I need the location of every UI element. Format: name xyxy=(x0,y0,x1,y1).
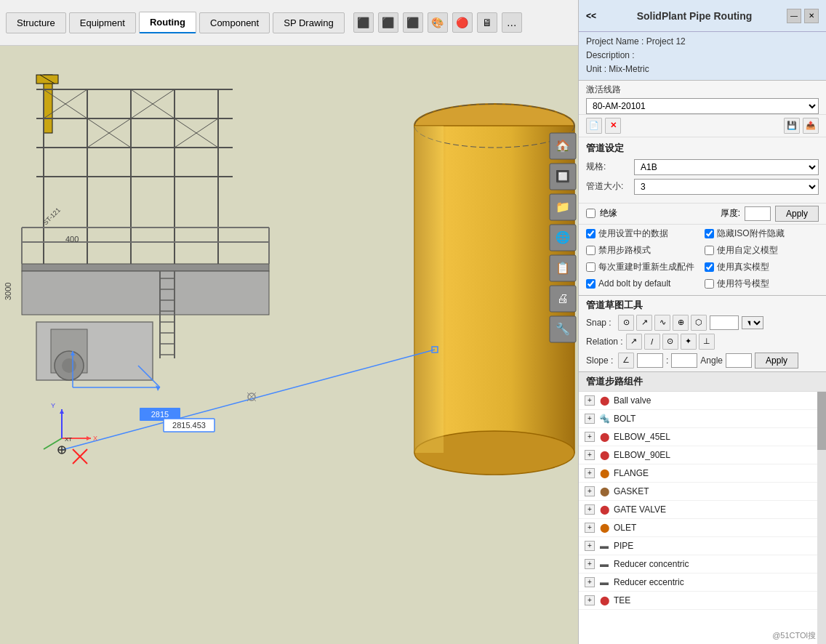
chk-disable-step[interactable] xyxy=(586,246,596,255)
snap-value-input[interactable]: 30 xyxy=(710,315,739,330)
relation-row: Relation : ↗ / ⊙ ✦ ⊥ xyxy=(586,334,819,350)
expand-pipe[interactable]: + xyxy=(585,541,595,551)
checkbox-grid: 使用设置中的数据 隐藏ISO附件隐藏 禁用步路模式 使用自定义模型 每次重建时重… xyxy=(579,224,826,295)
save-btn[interactable]: 💾 xyxy=(784,118,800,134)
size-select[interactable]: 3 xyxy=(634,179,819,195)
icon-pipe: ▬ xyxy=(598,539,611,552)
tree-item-pipe[interactable]: + ▬ PIPE xyxy=(579,537,826,555)
spec-select[interactable]: A1B xyxy=(634,159,819,175)
toolbar-icon-7[interactable]: … xyxy=(502,12,522,33)
svg-text:🔲: 🔲 xyxy=(556,169,570,183)
snap-label: Snap : xyxy=(586,318,615,328)
relation-icon-circle[interactable]: ⊙ xyxy=(662,334,678,350)
checkbox-add-bolt: Add bolt by default xyxy=(586,278,700,290)
tree-item-reducer-eccentric[interactable]: + ▬ Reducer eccentric xyxy=(579,573,826,592)
expand-reducer-concentric[interactable]: + xyxy=(585,559,595,569)
icon-gasket: ⬤ xyxy=(598,485,611,498)
checkbox-symbol-model: 使用符号模型 xyxy=(705,278,819,290)
svg-text:3000: 3000 xyxy=(4,283,12,300)
slope-angle-value[interactable]: 2 xyxy=(726,353,752,368)
checkbox-use-settings: 使用设置中的数据 xyxy=(586,228,700,240)
tab-component[interactable]: Component xyxy=(199,12,270,33)
expand-gasket[interactable]: + xyxy=(585,486,595,496)
tree-item-elbow90[interactable]: + ⬤ ELBOW_90EL xyxy=(579,446,826,464)
expand-flange[interactable]: + xyxy=(585,468,595,478)
tree-scrollbar-thumb[interactable] xyxy=(817,392,826,450)
insulation-checkbox[interactable] xyxy=(586,209,596,218)
toolbar-icon-1[interactable]: ⬛ xyxy=(353,12,374,33)
chk-hide-iso[interactable] xyxy=(705,229,714,238)
apply-insulation-btn[interactable]: Apply xyxy=(775,206,819,222)
components-title: 管道步路组件 xyxy=(579,372,826,392)
toolbar-icon-4[interactable]: 🎨 xyxy=(428,12,448,33)
expand-olet[interactable]: + xyxy=(585,523,595,533)
tree-scrollbar[interactable] xyxy=(817,392,826,644)
tree-item-elbow45[interactable]: + ⬤ ELBOW_45EL xyxy=(579,428,826,446)
expand-elbow90[interactable]: + xyxy=(585,450,595,460)
icon-elbow45: ⬤ xyxy=(598,430,611,443)
tree-item-olet[interactable]: + ⬤ OLET xyxy=(579,519,826,537)
chk-real-model[interactable] xyxy=(705,262,714,272)
panel-close-btn[interactable]: ✕ xyxy=(804,9,819,23)
snap-icon-wave[interactable]: ∿ xyxy=(654,315,670,331)
tree-item-bolt[interactable]: + 🔩 BOLT xyxy=(579,410,826,428)
panel-title: SolidPlant Pipe Routing xyxy=(637,10,753,22)
expand-elbow45[interactable]: + xyxy=(585,432,595,442)
toolbar-icon-3[interactable]: ⬛ xyxy=(403,12,423,33)
chk-use-settings[interactable] xyxy=(586,229,596,238)
thickness-label: 厚度: xyxy=(721,207,740,220)
panel-collapse-btn[interactable]: << xyxy=(586,11,596,21)
icon-ball-valve: ⬤ xyxy=(598,394,611,407)
relation-icon-perp[interactable]: ⊥ xyxy=(699,334,715,350)
snap-dropdown[interactable]: ▼ xyxy=(742,316,763,329)
tree-item-gasket[interactable]: + ⬤ GASKET xyxy=(579,483,826,501)
toolbar-icon-6[interactable]: 🖥 xyxy=(477,12,497,33)
slope-value2[interactable]: 100 xyxy=(671,353,697,368)
snap-icon-cross[interactable]: ⊕ xyxy=(673,315,689,331)
new-route-btn[interactable]: 📄 xyxy=(586,118,602,134)
toolbar-icon-2[interactable]: ⬛ xyxy=(378,12,398,33)
snap-icon-circle[interactable]: ⊙ xyxy=(618,315,634,331)
tree-item-tee[interactable]: + ⬤ TEE xyxy=(579,592,826,610)
relation-icon-star[interactable]: ✦ xyxy=(681,334,697,350)
pipe-settings-title: 管道设定 xyxy=(586,142,819,155)
expand-tee[interactable]: + xyxy=(585,595,595,605)
apply-slope-btn[interactable]: Apply xyxy=(755,353,798,369)
snap-icon-box[interactable]: ⬡ xyxy=(691,315,707,331)
tab-equipment[interactable]: Equipment xyxy=(69,12,136,33)
spec-row: 规格: A1B xyxy=(586,159,819,175)
panel-minimize-btn[interactable]: — xyxy=(787,9,801,23)
chk-symbol-model[interactable] xyxy=(705,279,714,289)
tree-item-flange[interactable]: + ⬤ FLANGE xyxy=(579,464,826,483)
expand-gate-valve[interactable]: + xyxy=(585,504,595,515)
route-icon-row: 📄 ✕ 💾 📤 xyxy=(579,114,826,137)
icon-bolt: 🔩 xyxy=(598,412,611,425)
toolbar-icons: ⬛ ⬛ ⬛ 🎨 🔴 🖥 … xyxy=(353,12,522,33)
chk-rebuild[interactable] xyxy=(586,262,596,272)
slope-angle-icon[interactable]: ∠ xyxy=(618,353,634,369)
export-btn[interactable]: 📤 xyxy=(803,118,819,134)
watermark: @51CTOl搜 xyxy=(772,630,816,641)
snap-icon-arrow[interactable]: ↗ xyxy=(636,315,652,331)
expand-ball-valve[interactable]: + xyxy=(585,395,595,406)
toolbar-icon-5[interactable]: 🔴 xyxy=(452,12,473,33)
chk-custom-model[interactable] xyxy=(705,246,714,255)
component-section: 管道步路组件 + ⬤ Ball valve + 🔩 BOLT + ⬤ ELBOW… xyxy=(579,371,826,644)
tree-item-reducer-concentric[interactable]: + ▬ Reducer concentric xyxy=(579,555,826,573)
thickness-input[interactable]: 0 xyxy=(745,206,771,221)
delete-route-btn[interactable]: ✕ xyxy=(605,118,621,134)
slope-value1[interactable]: 1 xyxy=(637,353,663,368)
tree-item-ball-valve[interactable]: + ⬤ Ball valve xyxy=(579,392,826,410)
svg-point-40 xyxy=(62,358,76,373)
tab-routing[interactable]: Routing xyxy=(139,12,196,33)
tree-item-gate-valve[interactable]: + ⬤ GATE VALVE xyxy=(579,501,826,519)
relation-icons: ↗ / ⊙ ✦ ⊥ xyxy=(626,334,715,350)
active-route-select[interactable]: 80-AM-20101 xyxy=(586,98,819,114)
relation-icon-slash[interactable]: / xyxy=(644,334,660,350)
expand-bolt[interactable]: + xyxy=(585,414,595,424)
tab-sp-drawing[interactable]: SP Drawing xyxy=(273,12,344,33)
relation-icon-arrow[interactable]: ↗ xyxy=(626,334,642,350)
chk-add-bolt[interactable] xyxy=(586,279,596,289)
tab-structure[interactable]: Structure xyxy=(6,12,66,33)
expand-reducer-eccentric[interactable]: + xyxy=(585,577,595,587)
